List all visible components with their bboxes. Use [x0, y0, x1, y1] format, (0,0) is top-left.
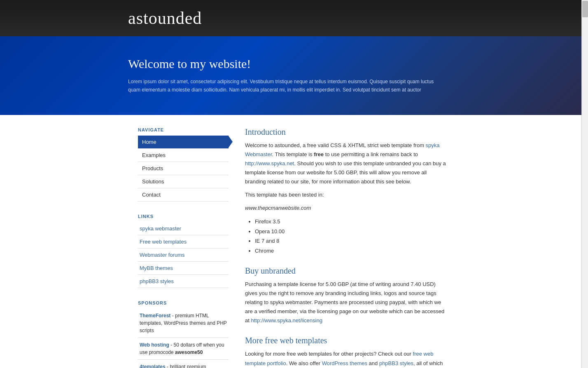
buy-heading: Buy unbranded [245, 266, 447, 276]
nav-link-home[interactable]: Home [138, 136, 229, 148]
sponsor-link-themeforest[interactable]: ThemeForest [140, 313, 170, 319]
brand-title: astounded [128, 8, 202, 28]
link-item-webmaster-forums[interactable]: Webmaster forums [138, 248, 229, 262]
link-item-free-templates[interactable]: Free web templates [138, 235, 229, 248]
content-area: Introduction Welcome to astounded, a fre… [245, 127, 455, 368]
link-webmaster-forums[interactable]: Webmaster forums [138, 248, 229, 261]
sponsors-section: ThemeForest - premium HTML templates, Wo… [138, 309, 229, 368]
tested-ie: IE 7 and 8 [255, 236, 447, 246]
nav-link-solutions[interactable]: Solutions [138, 175, 229, 188]
nav-item-products[interactable]: Products [138, 162, 229, 175]
tested-firefox: Firefox 3.5 [255, 217, 447, 226]
link-free-web-templates[interactable]: Free web templates [138, 235, 229, 248]
navigate-title: NAVIGATE [138, 127, 229, 132]
sponsor-4templates: 4templates - brilliant premium templates [138, 360, 229, 368]
hero-banner: Welcome to my website! Lorem ipsum dolor… [0, 36, 588, 115]
sidebar: NAVIGATE Home Examples Products Solution… [138, 127, 229, 368]
sponsors-title: SPONSORS [138, 300, 229, 305]
main-wrapper: NAVIGATE Home Examples Products Solution… [10, 115, 578, 368]
nav-item-home[interactable]: Home [138, 136, 229, 149]
tested-list: Firefox 3.5 Opera 10.00 IE 7 and 8 Chrom… [255, 217, 447, 255]
sponsor-code: awesome50 [175, 349, 203, 355]
buy-paragraph: Purchasing a template license for 5.00 G… [245, 280, 447, 325]
tested-chrome: Chrome [255, 246, 447, 255]
intro-paragraph-1: Welcome to astounded, a free valid CSS &… [245, 141, 447, 186]
link-item-phpbb3[interactable]: phpBB3 styles [138, 275, 229, 288]
sponsor-link-webhosting[interactable]: Web hosting [140, 342, 169, 348]
nav-link-products[interactable]: Products [138, 162, 229, 175]
link-phpbb3-styles-inline[interactable]: phpBB3 styles [379, 360, 413, 366]
link-licensing[interactable]: http://www.spyka.net/licensing [251, 317, 322, 323]
more-heading: More free web templates [245, 336, 447, 345]
link-mybb-themes[interactable]: MyBB themes [138, 262, 229, 274]
intro-text-pre: Welcome to astounded, a free valid CSS &… [245, 142, 426, 148]
more-text-pre: Looking for more free web templates for … [245, 351, 413, 357]
nav-link-examples[interactable]: Examples [138, 149, 229, 162]
header: astounded [0, 0, 588, 36]
nav-item-solutions[interactable]: Solutions [138, 175, 229, 188]
link-wordpress-themes[interactable]: WordPress themes [322, 360, 367, 366]
sponsor-webhosting: Web hosting - 50 dollars off when you us… [138, 338, 229, 360]
sponsor-themeforest: ThemeForest - premium HTML templates, Wo… [138, 309, 229, 338]
link-item-spyka[interactable]: spyka webmaster [138, 222, 229, 235]
scrollbar-track[interactable] [581, 0, 588, 368]
intro-heading: Introduction [245, 127, 447, 137]
link-phpbb3-styles[interactable]: phpBB3 styles [138, 275, 229, 288]
nav-link-contact[interactable]: Contact [138, 188, 229, 201]
intro-text-post: . This template is free to use permittin… [272, 151, 418, 157]
more-text-mid: . We also offer [286, 360, 322, 366]
links-title: LINKS [138, 214, 229, 219]
watermark-text: www.thepcmanwebsite.com [245, 204, 447, 213]
tested-opera: Opera 10.00 [255, 227, 447, 236]
nav-item-contact[interactable]: Contact [138, 188, 229, 202]
scrollbar-thumb[interactable] [582, 1, 588, 17]
hero-title: Welcome to my website! [128, 57, 588, 71]
nav-item-examples[interactable]: Examples [138, 149, 229, 162]
tested-intro: This template has been tested in: [245, 190, 447, 199]
link-item-mybb-themes[interactable]: MyBB themes [138, 262, 229, 275]
nav-menu: Home Examples Products Solutions Contact [138, 136, 229, 202]
more-paragraph: Looking for more free web templates for … [245, 349, 447, 368]
link-spyka-net[interactable]: http://www.spyka.net [245, 160, 294, 166]
link-spyka-webmaster[interactable]: spyka webmaster [138, 222, 229, 235]
hero-description: Lorem ipsum dolor sit amet, consectetur … [128, 77, 441, 94]
more-text-mid2: and [367, 360, 379, 366]
links-menu: spyka webmaster Free web templates Webma… [138, 222, 229, 288]
sponsor-link-4templates[interactable]: 4templates [140, 364, 166, 368]
